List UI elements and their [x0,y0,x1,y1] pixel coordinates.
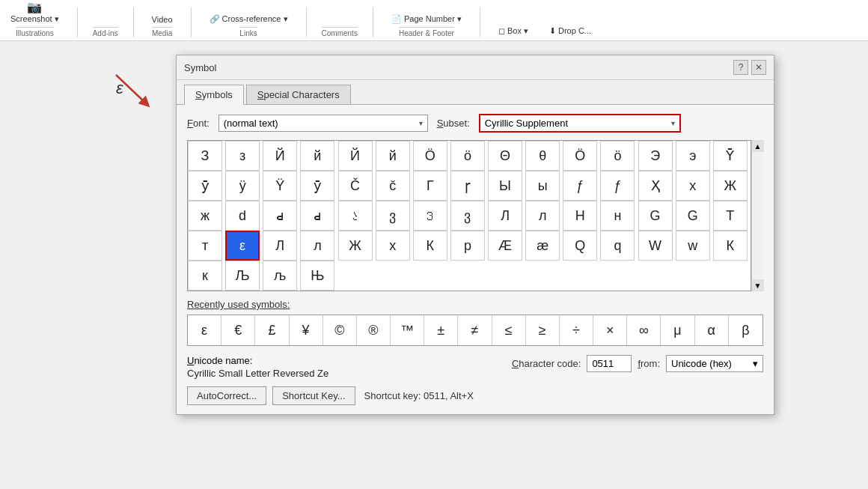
symbol-cell[interactable]: н [600,201,635,231]
recently-used-cell[interactable]: ≤ [492,315,526,345]
symbol-cell[interactable]: ȳ [300,171,334,201]
symbol-cell[interactable]: й [300,141,334,171]
symbol-cell[interactable]: Г [413,171,447,201]
symbol-cell[interactable]: Й [263,141,297,171]
recently-used-cell[interactable]: ± [424,315,458,345]
page-number-button[interactable]: 📄 Page Number ▾ [388,13,465,25]
symbol-cell[interactable]: Θ [488,141,522,171]
symbol-cell[interactable]: Э [638,141,673,171]
close-button[interactable]: ✕ [751,60,766,75]
symbol-cell[interactable]: Т [713,201,748,231]
from-select[interactable]: Unicode (hex) ▾ [666,355,763,372]
symbol-cell[interactable]: Ж [713,171,748,201]
font-select[interactable]: (normal text) ▾ [218,115,428,132]
symbol-cell[interactable]: Ÿ [263,171,297,201]
recently-used-cell[interactable]: ™ [391,315,424,345]
cross-reference-button[interactable]: 🔗 Cross-reference ▾ [207,13,291,25]
symbol-cell[interactable]: Н [563,201,597,231]
tab-symbols[interactable]: Symbols [184,85,244,105]
symbol-cell[interactable]: х [376,231,410,261]
symbol-cell[interactable]: Њ [300,261,334,291]
symbol-cell[interactable]: љ [263,261,297,291]
char-code-input[interactable] [587,355,632,372]
symbol-cell[interactable]: d [225,201,260,231]
symbol-cell[interactable]: ԁ [300,201,334,231]
recently-used-cell[interactable]: × [593,315,627,345]
recently-used-cell[interactable]: ¥ [290,315,323,345]
symbol-cell[interactable]: з [225,141,260,171]
scroll-up-arrow[interactable]: ▲ [752,140,764,152]
symbol-cell[interactable]: ԁ [263,201,297,231]
symbol-cell[interactable]: й [376,141,410,171]
symbol-cell[interactable]: Q [563,231,597,261]
symbol-cell[interactable]: Ა [338,201,373,231]
symbol-cell[interactable]: G [638,201,673,231]
subset-select[interactable]: Cyrillic Supplement ▾ [479,114,681,133]
screenshot-button[interactable]: 📷 Screenshot ▾ [7,0,62,25]
symbol-cell[interactable]: ε [225,231,260,261]
recently-used-cell[interactable]: ÷ [560,315,593,345]
symbol-cell[interactable]: ƒ [600,171,635,201]
recently-used-cell[interactable]: β [729,315,762,345]
symbol-cell[interactable]: Ȳ [713,141,748,171]
tab-special-characters[interactable]: Special Characters [246,85,351,104]
symbol-cell[interactable]: ვ [450,201,485,231]
symbol-cell[interactable]: Ö [563,141,597,171]
symbol-cell[interactable]: ö [450,141,485,171]
symbol-cell[interactable]: л [525,201,560,231]
symbol-cell[interactable]: т [188,231,222,261]
symbol-cell[interactable]: ȳ [188,171,222,201]
symbol-cell[interactable]: р [450,231,485,261]
recently-used-cell[interactable]: ε [188,315,221,345]
symbol-cell[interactable]: ö [600,141,635,171]
recently-used-cell[interactable]: μ [661,315,694,345]
symbol-cell[interactable]: л [300,231,334,261]
symbol-cell[interactable]: э [676,141,710,171]
symbol-cell[interactable]: q [600,231,635,261]
recently-used-cell[interactable]: € [221,315,255,345]
symbol-cell[interactable]: Ვ [413,201,447,231]
help-button[interactable]: ? [733,60,748,75]
recently-used-cell[interactable]: α [695,315,729,345]
symbol-cell[interactable]: č [376,171,410,201]
symbol-cell[interactable]: æ [525,231,560,261]
symbol-cell[interactable]: W [638,231,673,261]
box-button[interactable]: ◻ Box ▾ [495,25,531,37]
symbol-cell[interactable]: К [713,231,748,261]
symbol-cell[interactable]: ƒ [563,171,597,201]
symbol-cell[interactable]: Č [338,171,373,201]
symbol-cell[interactable]: ж [188,201,222,231]
symbol-cell[interactable]: ვ [376,201,410,231]
recently-used-cell[interactable]: ≥ [526,315,560,345]
autocorrect-button[interactable]: AutoCorrect... [187,386,266,405]
recently-used-cell[interactable]: ≠ [458,315,492,345]
video-button[interactable]: Video [149,13,176,25]
scroll-down-arrow[interactable]: ▼ [752,279,764,291]
symbol-cell[interactable]: Л [488,201,522,231]
symbol-cell[interactable]: ÿ [225,171,260,201]
symbol-cell[interactable]: G [676,201,710,231]
symbol-cell[interactable]: Ö [413,141,447,171]
symbol-cell[interactable]: ɼ [450,171,485,201]
symbol-cell[interactable]: К [413,231,447,261]
symbol-cell[interactable]: Ж [338,231,373,261]
symbol-cell[interactable]: к [188,261,222,291]
symbol-cell[interactable]: Ы [488,171,522,201]
symbol-cell[interactable]: θ [525,141,560,171]
symbol-cell[interactable]: х [676,171,710,201]
symbol-cell[interactable]: Л [263,231,297,261]
symbol-cell[interactable]: Љ [225,261,260,291]
recently-used-cell[interactable]: © [323,315,357,345]
drop-cap-button[interactable]: ⬇ Drop C... [546,25,594,37]
symbol-cell[interactable]: ы [525,171,560,201]
symbol-cell[interactable]: Æ [488,231,522,261]
shortcut-key-button[interactable]: Shortcut Key... [272,386,355,405]
symbol-cell[interactable]: Ҳ [638,171,673,201]
recently-used-cell[interactable]: £ [255,315,289,345]
symbol-cell[interactable]: Й [338,141,373,171]
symbol-cell[interactable]: w [676,231,710,261]
symbol-cell[interactable]: З [188,141,222,171]
recently-used-cell[interactable]: ∞ [627,315,661,345]
symbol-grid-scrollbar[interactable]: ▲ ▼ [751,140,763,291]
recently-used-cell[interactable]: ® [357,315,391,345]
